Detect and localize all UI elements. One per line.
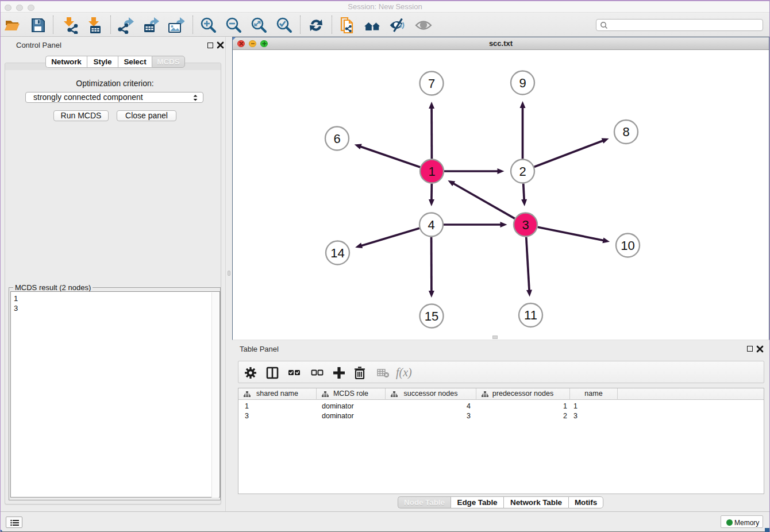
- svg-text:9: 9: [519, 76, 526, 90]
- svg-text:3: 3: [522, 218, 529, 232]
- svg-text:6: 6: [333, 132, 340, 146]
- svg-text:8: 8: [622, 125, 629, 139]
- svg-text:1: 1: [428, 164, 435, 179]
- svg-text:15: 15: [425, 309, 438, 323]
- svg-text:10: 10: [621, 238, 634, 253]
- svg-text:11: 11: [524, 308, 537, 322]
- svg-text:7: 7: [428, 76, 435, 91]
- svg-text:14: 14: [330, 246, 344, 260]
- svg-text:2: 2: [519, 164, 526, 179]
- svg-text:4: 4: [428, 218, 434, 232]
